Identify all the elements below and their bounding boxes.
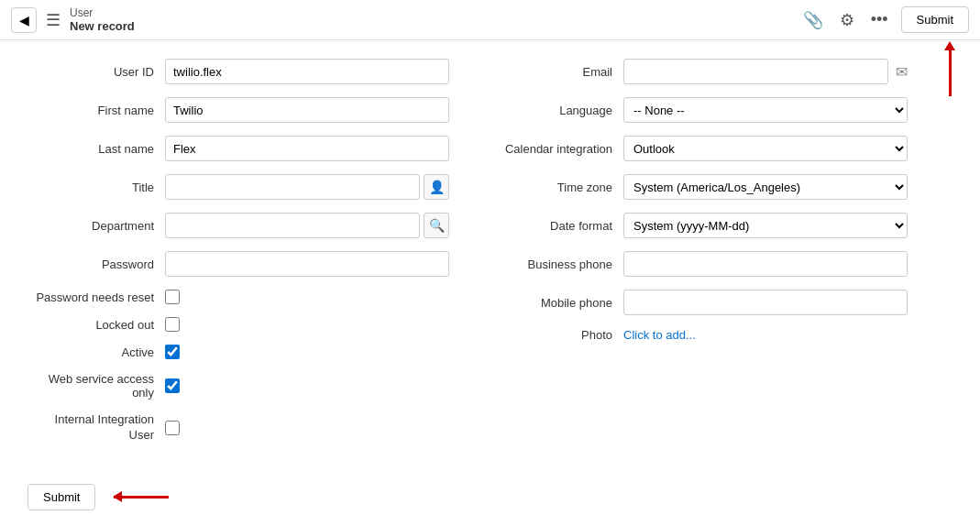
title-lookup-button[interactable]: 👤 <box>424 174 449 200</box>
date-format-row: Date format System (yyyy-MM-dd) MM/dd/yy… <box>486 213 908 238</box>
locked-out-checkbox[interactable] <box>165 317 180 332</box>
department-search-button[interactable]: 🔍 <box>424 213 449 238</box>
language-row: Language -- None -- English Spanish Fren… <box>486 97 908 123</box>
password-needs-reset-label: Password needs reset <box>28 290 165 304</box>
title-label: Title <box>28 181 165 194</box>
email-input[interactable] <box>623 59 888 84</box>
web-service-label: Web service access only <box>28 372 165 400</box>
header-submit-button[interactable]: Submit <box>901 6 969 33</box>
bottom-submit-button[interactable]: Submit <box>28 484 95 510</box>
user-id-label: User ID <box>28 65 165 79</box>
header-title: User New record <box>70 6 135 33</box>
last-name-row: Last name <box>28 136 449 161</box>
right-column: Email ✉ Language -- None -- English Span… <box>486 59 908 456</box>
back-icon: ◀ <box>19 13 29 27</box>
calendar-select[interactable]: Outlook Google Calendar None <box>623 136 908 161</box>
user-id-input[interactable] <box>165 59 449 84</box>
active-row: Active <box>28 345 449 359</box>
locked-out-label: Locked out <box>28 318 165 332</box>
date-format-select[interactable]: System (yyyy-MM-dd) MM/dd/yyyy dd/MM/yyy… <box>623 213 908 238</box>
bottom-arrow-container <box>114 496 169 499</box>
mobile-phone-input[interactable] <box>623 290 908 315</box>
top-red-arrow-body <box>949 50 952 96</box>
last-name-label: Last name <box>28 142 165 156</box>
language-select[interactable]: -- None -- English Spanish French <box>623 97 908 123</box>
timezone-select[interactable]: System (America/Los_Angeles) UTC EST PST <box>623 174 908 200</box>
internal-integration-label: Internal Integration User <box>28 412 165 444</box>
mobile-phone-label: Mobile phone <box>486 296 623 310</box>
password-row: Password <box>28 251 449 277</box>
department-row: Department 🔍 <box>28 213 449 238</box>
mobile-phone-row: Mobile phone <box>486 290 908 315</box>
back-button[interactable]: ◀ <box>11 7 37 33</box>
email-label: Email <box>486 65 623 79</box>
business-phone-row: Business phone <box>486 251 908 277</box>
last-name-input[interactable] <box>165 136 449 161</box>
timezone-row: Time zone System (America/Los_Angeles) U… <box>486 174 908 200</box>
person-icon: 👤 <box>429 180 445 194</box>
bottom-red-arrow <box>114 496 169 499</box>
search-icon: 🔍 <box>429 218 445 233</box>
email-icon: ✉ <box>892 63 908 81</box>
title-row: Title 👤 <box>28 174 449 200</box>
department-label: Department <box>28 219 165 233</box>
photo-row: Photo Click to add... <box>486 328 908 342</box>
active-label: Active <box>28 345 165 359</box>
password-input[interactable] <box>165 251 449 277</box>
record-label: New record <box>70 19 135 33</box>
first-name-label: First name <box>28 104 165 117</box>
menu-icon[interactable]: ☰ <box>46 10 61 30</box>
attachment-button[interactable]: 📎 <box>799 6 827 34</box>
photo-label: Photo <box>486 328 623 342</box>
first-name-input[interactable] <box>165 97 449 123</box>
language-label: Language <box>486 104 623 117</box>
top-red-arrow-head <box>944 41 955 50</box>
user-id-row: User ID <box>28 59 449 84</box>
email-row: Email ✉ <box>486 59 908 84</box>
internal-integration-checkbox[interactable] <box>165 421 180 435</box>
more-button[interactable]: ••• <box>867 6 892 33</box>
date-format-label: Date format <box>486 219 623 233</box>
web-service-checkbox[interactable] <box>165 378 180 393</box>
bottom-bar: Submit <box>0 475 980 515</box>
department-input[interactable] <box>165 213 420 238</box>
timezone-label: Time zone <box>486 181 623 194</box>
calendar-row: Calendar integration Outlook Google Cale… <box>486 136 908 161</box>
internal-integration-row: Internal Integration User <box>28 412 449 444</box>
password-needs-reset-checkbox[interactable] <box>165 290 180 304</box>
left-column: User ID First name Last name <box>28 59 449 456</box>
web-service-row: Web service access only <box>28 372 449 400</box>
business-phone-input[interactable] <box>623 251 908 277</box>
calendar-label: Calendar integration <box>486 142 623 156</box>
active-checkbox[interactable] <box>165 345 180 359</box>
business-phone-label: Business phone <box>486 258 623 271</box>
entity-label: User <box>70 6 135 19</box>
password-label: Password <box>28 258 165 271</box>
title-input[interactable] <box>165 174 420 200</box>
photo-placeholder[interactable]: Click to add... <box>623 328 696 342</box>
settings-button[interactable]: ⚙ <box>836 6 858 34</box>
password-needs-reset-row: Password needs reset <box>28 290 449 304</box>
locked-out-row: Locked out <box>28 317 449 332</box>
first-name-row: First name <box>28 97 449 123</box>
